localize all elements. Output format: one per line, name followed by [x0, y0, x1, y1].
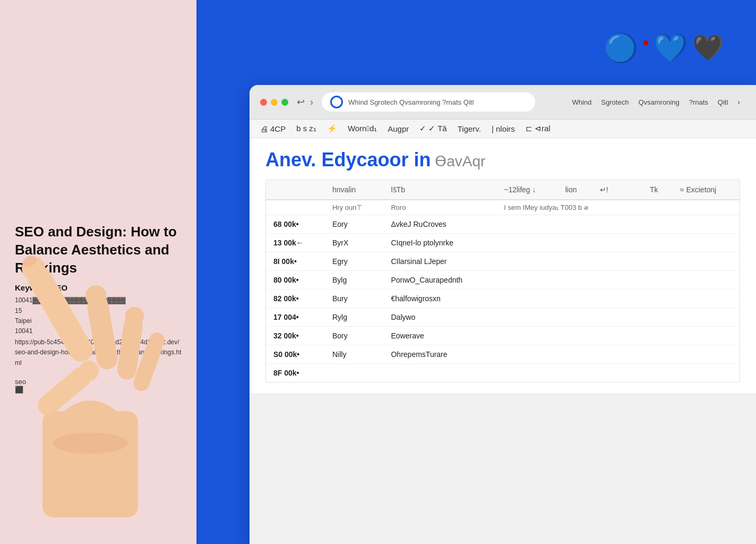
- cell-empty-8: [496, 364, 673, 382]
- cell-num-6: 32 00k•: [266, 327, 325, 345]
- browser-icon-4: 🖤: [692, 33, 724, 63]
- nav-back-icon[interactable]: ↩: [297, 96, 305, 108]
- cell-empty-3: [496, 271, 673, 290]
- table-row: 82 00k• Bury €halfowigrosxn: [266, 290, 740, 308]
- nav-link-5[interactable]: Qitl: [718, 98, 728, 106]
- heading-part2: Edycaoor: [316, 149, 408, 171]
- nav-link-3[interactable]: Qvsamroning: [638, 98, 679, 106]
- table-row: 8I 00k• Egry CIlarsinal LJeper: [266, 252, 740, 271]
- table-row: 80 00k• Bylg PonwO_Caurapednth: [266, 271, 740, 290]
- browser-icon-2: ●: [642, 36, 649, 49]
- browser-toolbar: 🖨 4CP b s z₁ ⚡ Worn᷊d₁ Augpr ✓ ✓ Tā Tige…: [250, 120, 756, 138]
- cell-num-5: 17 004•: [266, 308, 325, 327]
- cell-num-1: 13 00k←: [266, 234, 325, 252]
- sidebar-keyword: Keyword SEO: [15, 283, 182, 292]
- cell-empty-4: [496, 290, 673, 308]
- cell-c1-1: ByrX: [325, 234, 384, 252]
- meta-line-2: 15: [15, 306, 182, 316]
- cell-empty-6: [496, 327, 673, 345]
- toolbar-item-3[interactable]: ⚡: [327, 124, 337, 133]
- toolbar-item-ural[interactable]: ⊏ ⊲ral: [526, 124, 551, 133]
- nav-link-2[interactable]: Sgrotech: [601, 98, 629, 106]
- cell-c2-0: ΔvkeJ RuCroves: [383, 215, 496, 234]
- toolbar-item-2[interactable]: b s z₁: [296, 124, 316, 133]
- cell-empty-7: [496, 345, 673, 364]
- th-hnvalin[interactable]: hnvalin: [325, 180, 384, 200]
- toolbar-item-print[interactable]: 🖨 4CP: [260, 124, 286, 133]
- table-row: 32 00k• Bory Eowerave: [266, 327, 740, 345]
- cell-c1-0: Eory: [325, 215, 384, 234]
- browser-nav: ↩ ›: [297, 96, 313, 108]
- sidebar-title: SEO and Design: How to Balance Aesthetic…: [15, 223, 182, 277]
- browser-content: Anev. Edycaoor in ƟavAqr hnvalin ls̄Tb ~…: [250, 138, 756, 393]
- th-excietonj[interactable]: ≈ Excietonj: [673, 180, 740, 200]
- sub-th-1: Hry oun⊤: [325, 200, 384, 215]
- cell-c2-5: Dalywo: [383, 308, 496, 327]
- cell-num-8: 8F 00k•: [266, 364, 325, 382]
- cell-c1-8: [325, 364, 384, 382]
- th-12lifeg[interactable]: ~12lifeg ↓: [496, 180, 558, 200]
- cell-c1-2: Egry: [325, 252, 384, 271]
- th-lion[interactable]: lion: [558, 180, 592, 200]
- minimize-button[interactable]: [271, 99, 278, 106]
- data-table-wrapper: hnvalin ls̄Tb ~12lifeg ↓ lion ↵! Tk ≈ Ex…: [265, 180, 740, 382]
- cell-c2-8: [383, 364, 496, 382]
- toolbar-item-wornd[interactable]: Worn᷊d₁: [348, 124, 377, 133]
- tag-label: seo: [15, 378, 26, 386]
- cell-num-4: 82 00k•: [266, 290, 325, 308]
- cell-empty-0: [496, 215, 673, 234]
- cell-c2-7: OhrepemsTurare: [383, 345, 496, 364]
- maximize-button[interactable]: [281, 99, 288, 106]
- svg-point-0: [42, 401, 138, 517]
- nav-link-1[interactable]: Whind: [572, 98, 591, 106]
- sidebar-tags: seo ⬛: [15, 378, 182, 394]
- cell-empty-2: [496, 252, 673, 271]
- main-area: 🔵 ● 💙 🖤 ↩ › Whind Sgrotech Qvsamroning ?…: [196, 0, 756, 544]
- heading-part3: in: [414, 149, 431, 171]
- th-5[interactable]: ↵!: [592, 180, 623, 200]
- toolbar-item-augpr[interactable]: Augpr: [388, 124, 409, 133]
- browser-icons: 🔵 ● 💙 🖤: [604, 32, 724, 64]
- th-tk[interactable]: Tk: [642, 180, 673, 200]
- cell-empty-1: [496, 234, 673, 252]
- address-bar[interactable]: Whind Sgrotech Qvsamroning ?rnats Qitl: [322, 92, 535, 112]
- th-0: [266, 180, 325, 200]
- cell-num-2: 8I 00k•: [266, 252, 325, 271]
- th-lstb[interactable]: ls̄Tb: [383, 180, 496, 200]
- cell-c2-4: €halfowigrosxn: [383, 290, 496, 308]
- toolbar-item-nloirs[interactable]: | nloirs: [492, 124, 515, 133]
- table-row: 68 00k• Eory ΔvkeJ RuCroves: [266, 215, 740, 234]
- sub-th-0: [266, 200, 325, 215]
- meta-url[interactable]: https://pub-5c454f571b8e40a3a2aad27ade84…: [15, 337, 182, 368]
- browser-icon-1: 🔵: [604, 32, 638, 64]
- table-row: 13 00k← ByrX CIqneI-lo ptolynrke: [266, 234, 740, 252]
- browser-window: ↩ › Whind Sgrotech Qvsamroning ?rnats Qi…: [250, 85, 756, 544]
- address-text: Whind Sgrotech Qvsamroning ?rnats Qitl: [348, 98, 474, 106]
- nav-more-icon[interactable]: ›: [737, 98, 740, 106]
- svg-point-13: [53, 432, 127, 454]
- close-button[interactable]: [260, 99, 267, 106]
- toolbar-item-tigerv[interactable]: Tigerv.: [458, 124, 481, 133]
- cell-c2-3: PonwO_Caurapednth: [383, 271, 496, 290]
- left-sidebar: SEO and Design: How to Balance Aesthetic…: [0, 0, 196, 544]
- table-sub-header-row: Hry oun⊤ Roro I sem IMey iudya₁ T003 b ə: [266, 200, 740, 215]
- nav-forward-icon[interactable]: ›: [310, 97, 313, 108]
- meta-line-3: Taipei: [15, 316, 182, 326]
- cell-c2-6: Eowerave: [383, 327, 496, 345]
- sub-th-2: Roro: [383, 200, 496, 215]
- table-row: 8F 00k•: [266, 364, 740, 382]
- cell-num-7: S0 00k•: [266, 345, 325, 364]
- meta-line-1: 10041▓▓▓▓▓▓▓▓▓▓▓▓50▓22▓▓▓▓: [15, 295, 182, 305]
- sidebar-tag-seo: seo ⬛: [15, 378, 182, 394]
- top-header: 🔵 ● 💙 🖤: [196, 0, 756, 96]
- traffic-lights: [260, 99, 288, 106]
- address-circle-icon: [330, 96, 343, 108]
- table-header-row: hnvalin ls̄Tb ~12lifeg ↓ lion ↵! Tk ≈ Ex…: [266, 180, 740, 200]
- toolbar-item-ta[interactable]: ✓ ✓ Tā: [419, 124, 446, 133]
- nav-link-4[interactable]: ?rnats: [689, 98, 708, 106]
- sidebar-meta: 10041▓▓▓▓▓▓▓▓▓▓▓▓50▓22▓▓▓▓ 15 Taipei 100…: [15, 295, 182, 368]
- data-table: hnvalin ls̄Tb ~12lifeg ↓ lion ↵! Tk ≈ Ex…: [266, 180, 740, 382]
- sub-th-3: I sem IMey iudya₁ T003 b ə: [496, 200, 673, 215]
- table-row: S0 00k• Nilly OhrepemsTurare: [266, 345, 740, 364]
- cell-c1-6: Bory: [325, 327, 384, 345]
